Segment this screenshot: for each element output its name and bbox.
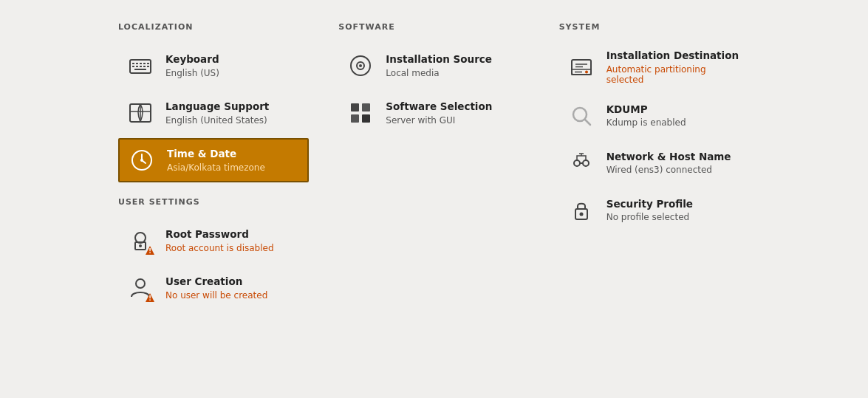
- time-date-title: Time & Date: [167, 148, 265, 161]
- svg-point-19: [135, 233, 146, 243]
- clock-icon: [130, 148, 154, 172]
- kdump-subtitle: Kdump is enabled: [606, 117, 686, 128]
- installation-destination-title: Installation Destination: [606, 49, 742, 63]
- installation-destination-text: Installation Destination Automatic parti…: [606, 49, 742, 85]
- software-selection-subtitle: Server with GUI: [386, 115, 492, 126]
- security-profile-item[interactable]: Security Profile No profile selected: [559, 188, 750, 233]
- svg-rect-9: [143, 66, 146, 67]
- user-creation-title: User Creation: [165, 275, 267, 289]
- language-icon: [129, 101, 152, 125]
- svg-rect-3: [140, 63, 142, 64]
- installation-source-text: Installation Source Local media: [386, 53, 492, 78]
- keyboard-icon: [129, 54, 152, 78]
- language-icon-wrap: [126, 98, 155, 128]
- disc-icon-wrap: [346, 51, 375, 80]
- svg-rect-32: [351, 114, 359, 123]
- localization-column: LOCALIZATION: [118, 22, 309, 313]
- svg-rect-30: [351, 103, 359, 111]
- svg-rect-11: [134, 69, 146, 70]
- language-support-subtitle: English (United States): [165, 115, 269, 126]
- time-date-subtitle: Asia/Kolkata timezone: [167, 162, 265, 173]
- svg-point-24: [136, 279, 145, 288]
- network-hostname-subtitle: Wired (ens3) connected: [606, 165, 731, 175]
- clock-icon-wrap: [127, 145, 157, 175]
- svg-rect-8: [140, 66, 142, 67]
- network-icon: [570, 151, 593, 175]
- security-profile-text: Security Profile No profile selected: [606, 198, 693, 223]
- puzzle-icon: [349, 101, 372, 125]
- network-hostname-title: Network & Host Name: [606, 151, 731, 164]
- software-header: SOFTWARE: [338, 22, 529, 32]
- svg-point-45: [579, 212, 583, 216]
- svg-rect-31: [362, 103, 370, 111]
- user-creation-icon-wrap: !: [126, 273, 155, 303]
- kdump-title: KDUMP: [606, 103, 686, 117]
- lock-icon: [570, 199, 593, 222]
- installation-destination-item[interactable]: Installation Destination Automatic parti…: [559, 44, 750, 91]
- security-profile-subtitle: No profile selected: [606, 212, 693, 222]
- installation-destination-subtitle: Automatic partitioning selected: [606, 64, 742, 85]
- software-column: SOFTWARE Installation Source Local media: [338, 22, 529, 313]
- root-password-icon-wrap: !: [126, 226, 155, 255]
- keyboard-item[interactable]: Keyboard English (US): [118, 44, 309, 88]
- user-creation-warning-icon: !: [145, 292, 155, 303]
- language-support-text: Language Support English (United States): [165, 100, 269, 126]
- installation-source-title: Installation Source: [386, 53, 492, 66]
- svg-rect-5: [147, 63, 149, 64]
- network-hostname-text: Network & Host Name Wired (ens3) connect…: [606, 151, 731, 176]
- system-header: SYSTEM: [559, 22, 750, 32]
- svg-rect-7: [136, 66, 138, 67]
- root-password-item[interactable]: ! Root Password Root account is disabled: [118, 219, 309, 263]
- user-creation-item[interactable]: ! User Creation No user will be created: [118, 266, 309, 310]
- svg-point-40: [574, 160, 580, 166]
- root-password-title: Root Password: [165, 228, 274, 241]
- keyboard-title: Keyboard: [165, 53, 219, 66]
- keyboard-subtitle: English (US): [165, 68, 219, 78]
- kdump-text: KDUMP Kdump is enabled: [606, 103, 686, 128]
- svg-text:!: !: [148, 248, 151, 255]
- installation-source-subtitle: Local media: [386, 68, 492, 78]
- software-selection-title: Software Selection: [386, 100, 492, 114]
- user-settings-header: USER SETTINGS: [118, 197, 309, 207]
- root-password-subtitle: Root account is disabled: [165, 243, 274, 253]
- kdump-icon-wrap: [567, 101, 596, 131]
- svg-text:!: !: [148, 295, 151, 302]
- svg-point-36: [585, 70, 588, 73]
- language-support-title: Language Support: [165, 100, 269, 114]
- svg-point-41: [583, 160, 589, 166]
- software-selection-item[interactable]: Software Selection Server with GUI: [338, 91, 529, 135]
- user-creation-text: User Creation No user will be created: [165, 275, 267, 301]
- svg-point-18: [140, 159, 143, 162]
- user-creation-subtitle: No user will be created: [165, 290, 267, 301]
- drive-icon-wrap: [567, 52, 596, 82]
- installation-source-item[interactable]: Installation Source Local media: [338, 44, 529, 88]
- disc-icon: [349, 54, 372, 78]
- search-icon: [570, 104, 593, 128]
- svg-rect-6: [132, 66, 134, 67]
- system-column: SYSTEM Installation Destination Automati…: [559, 22, 750, 313]
- lock-icon-wrap: [567, 196, 596, 225]
- network-icon-wrap: [567, 148, 596, 178]
- svg-rect-4: [143, 63, 146, 64]
- kdump-item[interactable]: KDUMP Kdump is enabled: [559, 94, 750, 138]
- svg-rect-1: [132, 63, 134, 64]
- localization-header: LOCALIZATION: [118, 22, 309, 32]
- network-hostname-item[interactable]: Network & Host Name Wired (ens3) connect…: [559, 141, 750, 185]
- puzzle-icon-wrap: [346, 98, 375, 128]
- svg-line-39: [585, 120, 590, 125]
- svg-rect-10: [147, 66, 149, 67]
- svg-point-21: [139, 244, 142, 247]
- svg-point-29: [359, 64, 362, 67]
- security-profile-title: Security Profile: [606, 198, 693, 211]
- software-selection-text: Software Selection Server with GUI: [386, 100, 492, 126]
- time-date-item[interactable]: Time & Date Asia/Kolkata timezone: [118, 138, 309, 182]
- time-date-text: Time & Date Asia/Kolkata timezone: [167, 148, 265, 173]
- keyboard-text: Keyboard English (US): [165, 53, 219, 78]
- root-password-warning-icon: !: [145, 245, 155, 255]
- svg-rect-33: [362, 114, 370, 123]
- keyboard-icon-wrap: [126, 51, 155, 80]
- root-password-text: Root Password Root account is disabled: [165, 228, 274, 253]
- language-support-item[interactable]: Language Support English (United States): [118, 91, 309, 135]
- svg-rect-2: [136, 63, 138, 64]
- drive-icon: [570, 55, 593, 79]
